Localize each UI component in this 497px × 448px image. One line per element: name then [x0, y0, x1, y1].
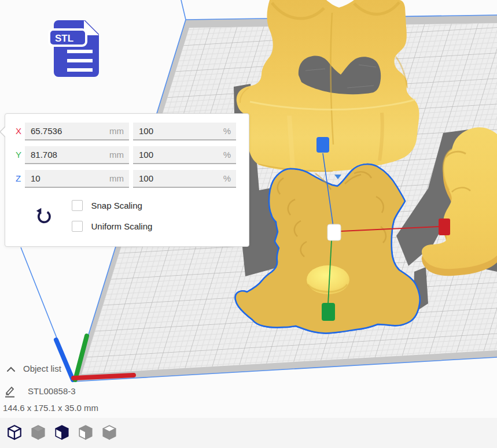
uniform-scaling-label: Uniform Scaling — [91, 221, 152, 232]
view-top-button[interactable] — [53, 424, 71, 441]
view-front-icon — [30, 424, 47, 441]
scale-x-percent-input[interactable] — [133, 123, 236, 139]
scale-z-percent-input[interactable] — [133, 170, 236, 187]
scale-row-y: Y mm % — [5, 146, 249, 164]
axis-z-label: Z — [16, 173, 25, 183]
scale-row-x: X mm % — [5, 123, 249, 140]
snap-scaling-label: Snap Scaling — [91, 200, 142, 211]
object-list-title: Object list — [23, 364, 61, 373]
scale-row-z: Z mm % — [5, 170, 249, 188]
camera-view-toolbar — [0, 418, 497, 448]
chevron-up-icon — [6, 365, 16, 373]
view-top-icon — [53, 424, 71, 441]
gizmo-z-handle[interactable] — [316, 137, 329, 153]
snap-scaling-option: Snap Scaling — [72, 200, 142, 211]
scale-x-size-input[interactable] — [25, 123, 129, 139]
object-list-item[interactable]: STL00858-3 — [3, 385, 131, 398]
view-3d-icon — [6, 424, 23, 441]
pencil-icon — [3, 385, 16, 398]
axis-x-label: X — [16, 126, 25, 136]
scale-y-size-input[interactable] — [25, 146, 129, 163]
origin-x-axis — [73, 375, 134, 378]
cura-3d-slicer-window: STL X mm % Y mm % Z mm % — [0, 0, 497, 448]
scale-tool-panel: X mm % Y mm % Z mm % — [5, 113, 249, 247]
gizmo-x-handle[interactable] — [439, 219, 450, 235]
stl-file-icon: STL — [48, 19, 101, 78]
scale-z-size-input[interactable] — [25, 170, 129, 187]
gizmo-center-handle[interactable] — [327, 224, 341, 240]
object-dimensions: 144.6 x 175.1 x 35.0 mm — [3, 403, 98, 413]
view-left-button[interactable] — [77, 424, 94, 441]
uniform-scaling-checkbox[interactable] — [72, 221, 83, 232]
scale-y-percent-input[interactable] — [133, 146, 236, 163]
snap-scaling-checkbox[interactable] — [72, 200, 83, 211]
reset-scale-icon — [35, 207, 53, 225]
view-3d-button[interactable] — [6, 424, 23, 441]
mold-egg-dome — [307, 265, 349, 294]
view-left-icon — [77, 424, 94, 441]
view-right-button[interactable] — [101, 424, 118, 441]
uniform-scaling-option: Uniform Scaling — [72, 221, 152, 232]
object-list-header[interactable]: Object list — [5, 364, 132, 375]
stl-label: STL — [55, 33, 73, 44]
gizmo-y-handle[interactable] — [322, 303, 335, 321]
axis-y-label: Y — [16, 150, 25, 160]
view-right-icon — [101, 424, 118, 441]
object-name: STL00858-3 — [28, 386, 76, 396]
view-front-button[interactable] — [30, 424, 47, 441]
reset-scale-button[interactable] — [35, 207, 53, 225]
